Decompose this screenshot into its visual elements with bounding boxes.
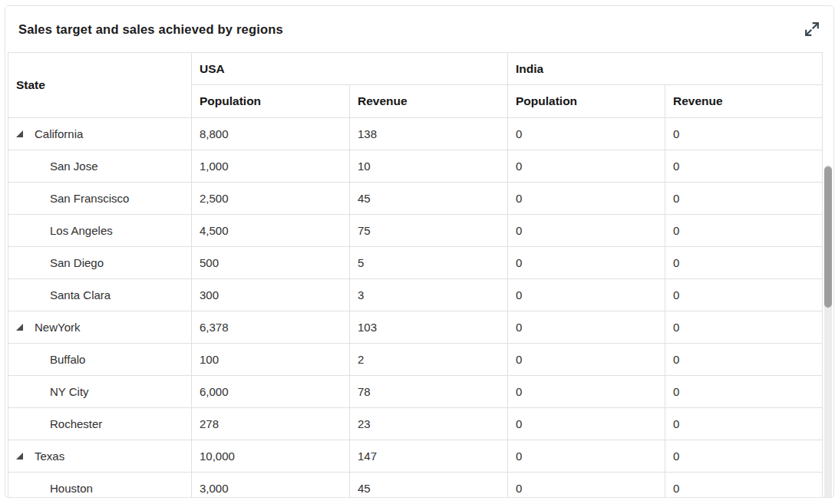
- collapse-row-toggle[interactable]: [16, 130, 35, 137]
- value-cell: 3,000: [192, 473, 350, 499]
- row-header-cell: Rochester: [8, 408, 192, 440]
- value-cell: 0: [508, 118, 665, 150]
- row-label: California: [35, 127, 83, 140]
- row-header-cell: San Jose: [8, 150, 192, 183]
- value-cell: 500: [192, 247, 350, 279]
- table-row: NY City6,0007800: [8, 376, 823, 408]
- expanded-triangle-icon: [16, 324, 23, 331]
- table-row: Santa Clara300300: [8, 279, 823, 311]
- expanded-triangle-icon: [16, 130, 23, 137]
- row-header-cell: Santa Clara: [8, 279, 192, 311]
- value-cell: 8,800: [192, 118, 350, 150]
- value-cell: 1,000: [192, 150, 350, 183]
- row-label: Buffalo: [50, 353, 85, 366]
- row-label: San Franscisco: [50, 192, 129, 205]
- value-cell: 0: [665, 150, 823, 183]
- row-label: NY City: [50, 385, 89, 398]
- value-cell: 0: [508, 473, 665, 499]
- group-header-india[interactable]: India: [508, 53, 823, 85]
- value-cell: 5: [350, 247, 508, 279]
- table-row: Rochester2782300: [8, 408, 823, 440]
- row-label: Santa Clara: [50, 288, 111, 301]
- row-label: Houston: [50, 482, 93, 495]
- row-header-cell: NY City: [8, 376, 192, 408]
- table-row: Buffalo100200: [8, 344, 823, 376]
- panel-header: Sales target and sales achieved by regio…: [5, 6, 833, 52]
- value-cell: 0: [665, 408, 823, 440]
- row-header-cell: Los Angeles: [8, 215, 192, 247]
- value-cell: 0: [508, 311, 665, 344]
- value-cell: 0: [508, 408, 665, 440]
- value-cell: 147: [350, 440, 508, 473]
- panel: Sales target and sales achieved by regio…: [5, 5, 834, 498]
- value-cell: 4,500: [192, 215, 350, 247]
- value-cell: 0: [665, 311, 823, 344]
- value-cell: 0: [665, 344, 823, 376]
- value-cell: 23: [350, 408, 508, 440]
- india-population-header[interactable]: Population: [508, 85, 665, 118]
- table-body: California8,80013800San Jose1,0001000San…: [8, 118, 823, 499]
- value-cell: 0: [508, 183, 665, 215]
- value-cell: 100: [192, 344, 350, 376]
- vertical-scrollbar[interactable]: [824, 165, 832, 498]
- row-header-cell: San Franscisco: [8, 183, 192, 215]
- value-cell: 0: [665, 473, 823, 499]
- row-header-cell: Buffalo: [8, 344, 192, 376]
- value-cell: 0: [508, 247, 665, 279]
- row-header-cell: Texas: [8, 440, 192, 473]
- pivot-grid: State USA India Population Revenue Popul…: [8, 52, 822, 498]
- table-row: California8,80013800: [8, 118, 823, 150]
- pivot-table: State USA India Population Revenue Popul…: [8, 52, 823, 498]
- table-row: Houston3,0004500: [8, 473, 823, 499]
- usa-population-header[interactable]: Population: [192, 85, 350, 118]
- value-cell: 3: [350, 279, 508, 311]
- value-cell: 75: [350, 215, 508, 247]
- value-cell: 0: [665, 183, 823, 215]
- usa-revenue-header[interactable]: Revenue: [350, 85, 508, 118]
- value-cell: 0: [665, 440, 823, 473]
- table-row: NewYork6,37810300: [8, 311, 823, 344]
- value-cell: 2,500: [192, 183, 350, 215]
- maximize-icon: [803, 20, 821, 38]
- value-cell: 10: [350, 150, 508, 183]
- row-header-cell: San Diego: [8, 247, 192, 279]
- value-cell: 0: [665, 376, 823, 408]
- table-row: Texas10,00014700: [8, 440, 823, 473]
- expanded-triangle-icon: [16, 453, 23, 460]
- value-cell: 0: [508, 376, 665, 408]
- table-row: San Diego500500: [8, 247, 823, 279]
- collapse-row-toggle[interactable]: [16, 453, 35, 460]
- maximize-button[interactable]: [801, 18, 823, 40]
- state-column-header[interactable]: State: [8, 53, 192, 118]
- group-header-usa[interactable]: USA: [192, 53, 508, 85]
- value-cell: 0: [665, 247, 823, 279]
- value-cell: 6,000: [192, 376, 350, 408]
- value-cell: 103: [350, 311, 508, 344]
- value-cell: 0: [665, 279, 823, 311]
- value-cell: 0: [508, 279, 665, 311]
- scrollbar-thumb[interactable]: [824, 166, 832, 308]
- value-cell: 0: [508, 440, 665, 473]
- table-row: San Franscisco2,5004500: [8, 183, 823, 215]
- value-cell: 0: [665, 215, 823, 247]
- row-label: Rochester: [50, 417, 102, 430]
- value-cell: 0: [508, 150, 665, 183]
- row-label: NewYork: [35, 321, 80, 334]
- value-cell: 0: [508, 344, 665, 376]
- value-cell: 300: [192, 279, 350, 311]
- row-label: San Diego: [50, 256, 104, 269]
- value-cell: 78: [350, 376, 508, 408]
- value-cell: 6,378: [192, 311, 350, 344]
- row-label: Los Angeles: [50, 224, 113, 237]
- india-revenue-header[interactable]: Revenue: [665, 85, 823, 118]
- value-cell: 10,000: [192, 440, 350, 473]
- row-header-cell: California: [8, 118, 192, 150]
- row-label: Texas: [35, 450, 64, 463]
- row-label: San Jose: [50, 160, 98, 173]
- row-header-cell: NewYork: [8, 311, 192, 344]
- table-row: San Jose1,0001000: [8, 150, 823, 183]
- row-header-cell: Houston: [8, 473, 192, 499]
- value-cell: 278: [192, 408, 350, 440]
- collapse-row-toggle[interactable]: [16, 324, 35, 331]
- value-cell: 45: [350, 473, 508, 499]
